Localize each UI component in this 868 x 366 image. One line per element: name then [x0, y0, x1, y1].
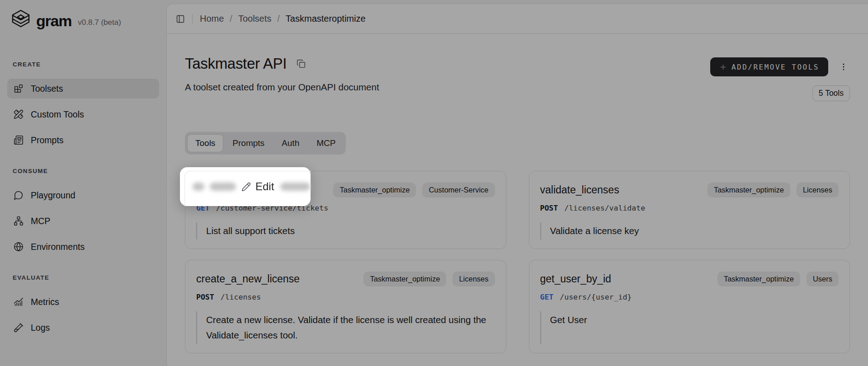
tour-dim-overlay [0, 0, 868, 366]
edit-button-label: Edit [255, 180, 274, 193]
tour-spotlight-edit-tool-name: Edit [180, 167, 311, 206]
redacted-tool-name-blob [280, 183, 310, 191]
pencil-icon [241, 182, 251, 192]
edit-tool-button[interactable]: Edit [241, 180, 274, 193]
redacted-tool-name-blob [210, 183, 236, 191]
spotlight-content: Edit [180, 167, 311, 206]
redacted-tool-name-blob [193, 183, 204, 191]
